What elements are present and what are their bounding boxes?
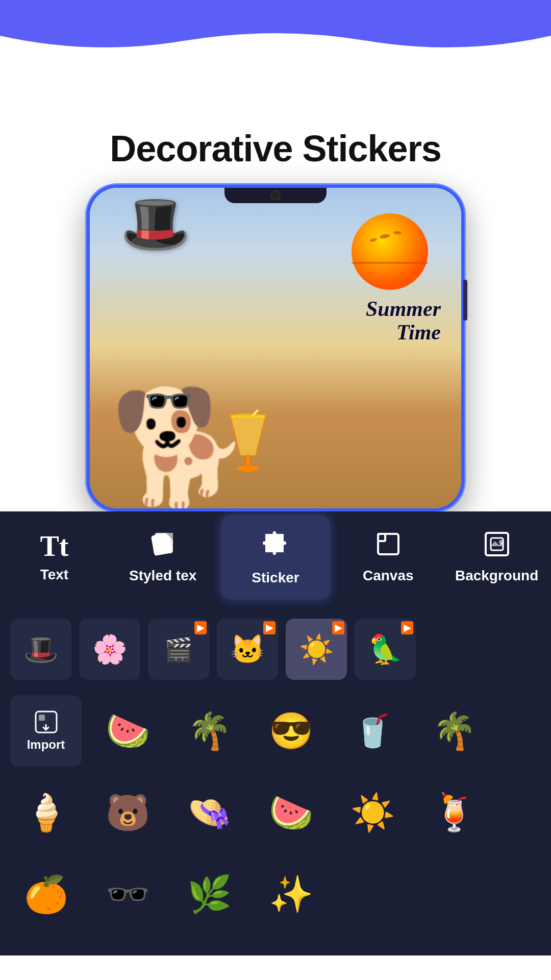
category-hats-icon: 🎩 (23, 633, 59, 666)
category-summer[interactable]: ☀️ ▶ (286, 619, 347, 680)
svg-rect-13 (378, 534, 398, 554)
category-floral-icon: 🌸 (92, 633, 128, 666)
video-badge3: ▶ (332, 621, 344, 634)
category-hats[interactable]: 🎩 (10, 619, 71, 680)
sticker-watermelon2[interactable]: 🍉 (255, 777, 327, 848)
phone-screen: 🐕 🎩 🕶️ (90, 188, 461, 508)
phone-mockup: 🐕 🎩 🕶️ (0, 185, 551, 511)
import-button[interactable]: Import (10, 695, 82, 767)
sticker-sun-cool[interactable]: ☀️ (337, 777, 408, 848)
sticker-row-2: 🍦 🐻 👒 🍉 ☀️ 🍹 (10, 777, 541, 848)
toolbar-section: Tt Text Styled tex Sti (0, 511, 551, 603)
sticker-row-3: 🍊 🕶️ 🌿 ✨ (10, 859, 541, 930)
sticker-summer-watermelon[interactable]: 🍉 (92, 695, 163, 767)
hat-sticker: 🎩 (120, 195, 190, 252)
styled-text-label: Styled tex (129, 568, 196, 584)
phone-frame: 🐕 🎩 🕶️ (87, 185, 464, 511)
summer-time-sticker: Summer Time (318, 208, 446, 344)
sticker-row-1: Import 🍉 🌴 😎 🥤 🌴 (10, 695, 541, 767)
background-label: Background (455, 568, 538, 584)
styled-text-icon (149, 531, 176, 561)
svg-marker-5 (230, 415, 266, 456)
canvas-icon (375, 531, 402, 561)
phone-notch (224, 188, 327, 203)
sticker-ice-cream[interactable]: 🍦 (10, 777, 82, 848)
category-animals[interactable]: 🐱 ▶ (217, 619, 278, 680)
page-title: Decorative Stickers (0, 128, 551, 169)
svg-point-17 (499, 540, 503, 544)
import-label: Import (27, 738, 65, 752)
sticker-label: Sticker (252, 570, 299, 586)
dog-scene: 🐕 🎩 🕶️ (90, 188, 461, 508)
svg-rect-4 (352, 262, 428, 264)
sticker-straw-hat[interactable]: 👒 (173, 777, 245, 848)
sticker-grid: Import 🍉 🌴 😎 🥤 🌴 🍦 🐻 (0, 690, 551, 945)
sticker-palm-tree[interactable]: 🌴 (418, 695, 490, 767)
video-badge4: ▶ (401, 621, 413, 634)
category-animals-icon: 🐱 (230, 633, 265, 666)
sticker-sparkles[interactable]: ✨ (255, 859, 327, 930)
phone-camera (270, 190, 281, 201)
svg-point-9 (230, 413, 266, 419)
category-row: 🎩 🌸 🎬 ▶ 🐱 ▶ ☀️ ▶ 🦜 ▶ (0, 614, 551, 690)
background-icon (484, 531, 510, 561)
toolbar-row: Tt Text Styled tex Sti (0, 511, 551, 603)
sticker-leaves[interactable]: 🌿 (173, 859, 245, 930)
toolbar-item-sticker[interactable]: Sticker (221, 516, 330, 599)
video-badge2: ▶ (263, 621, 276, 634)
drink-sticker (222, 410, 273, 488)
svg-rect-19 (39, 715, 45, 721)
sticker-icon (260, 529, 291, 564)
svg-point-7 (237, 465, 259, 472)
toolbar-item-canvas[interactable]: Canvas (334, 511, 442, 603)
category-parrot-icon: 🦜 (368, 633, 403, 666)
sticker-summer-bear[interactable]: 🐻 (92, 777, 163, 848)
category-floral[interactable]: 🌸 (79, 619, 140, 680)
svg-point-0 (352, 213, 428, 290)
category-summer-icon: ☀️ (299, 633, 334, 666)
page-title-section: Decorative Stickers (0, 56, 551, 185)
sunglasses-sticker: 🕶️ (143, 381, 194, 422)
canvas-label: Canvas (363, 568, 414, 584)
category-scene[interactable]: 🎬 ▶ (148, 619, 209, 680)
toolbar-item-background[interactable]: Background (442, 511, 551, 603)
category-scene-icon: 🎬 (164, 636, 193, 663)
text-icon: Tt (40, 532, 68, 560)
category-parrot[interactable]: 🦜 ▶ (355, 619, 416, 680)
sticker-sun-glasses[interactable]: 😎 (255, 695, 327, 767)
sticker-sunglasses2[interactable]: 🕶️ (92, 859, 163, 930)
sticker-panel: 🎩 🌸 🎬 ▶ 🐱 ▶ ☀️ ▶ 🦜 ▶ (0, 603, 551, 955)
sticker-palm-sunset[interactable]: 🌴 (173, 695, 245, 767)
sticker-cocktail[interactable]: 🍹 (418, 777, 490, 848)
video-badge: ▶ (194, 621, 207, 634)
phone-side-button (463, 280, 467, 321)
text-label: Text (40, 567, 69, 583)
sticker-enjoy-summer[interactable]: 🥤 (337, 695, 408, 767)
toolbar-item-styled-text[interactable]: Styled tex (109, 511, 217, 603)
toolbar-item-text[interactable]: Tt Text (0, 511, 109, 603)
sticker-orange[interactable]: 🍊 (10, 859, 82, 930)
